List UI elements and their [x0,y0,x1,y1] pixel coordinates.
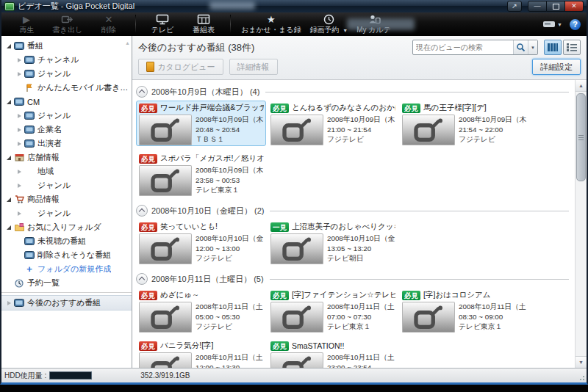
expander-icon[interactable] [15,142,23,146]
expander-icon[interactable] [5,197,12,202]
sidebar-item-チャンネル[interactable]: チャンネル [1,53,132,67]
program-time: 21:54 ~ 22:00 [459,125,527,135]
tv-button[interactable]: テレビ [142,13,183,35]
expander-icon[interactable] [15,184,23,188]
tv-icon [156,13,169,25]
detail-info-button[interactable]: 詳細情報 [229,59,278,75]
sidebar-tree: 番組チャンネルジャンルかんたんモバイル書き出しCMジャンル企業名出演者店舗情報地… [1,36,132,311]
omakase-button[interactable]: ★ おまかせ・まる録 [237,13,305,35]
sidebar-item-地域[interactable]: 地域 [1,164,132,178]
guide-button[interactable]: 番組表 [183,13,224,35]
sidebar-item-削除されそうな番組[interactable]: 削除されそうな番組 [1,248,132,262]
program-card[interactable]: 必見めざにゅ～2008年10月11日（土）05:00 ~ 05:30フジテレビ [136,288,266,333]
catalog-view-button[interactable]: カタログビュー [138,59,223,75]
program-time: 23:00 ~ 23:54 [327,363,395,368]
search-button[interactable] [513,40,528,54]
sidebar-item-番組[interactable]: 番組 [1,39,132,53]
sidebar-item-今後のおすすめ番組[interactable]: 今後のおすすめ番組 [1,295,132,311]
program-card[interactable]: 必見スポパラ「メガスポ!／怒りオヤジ3」2008年10月09日（木）23:58 … [136,151,266,197]
program-info: 2008年10月10日（金）13:05 ~ 13:20テレビ朝日 [327,233,395,264]
card-grid: 必見ワールド井戸端会議&ブラッディ・マン…2008年10月09日（木）20:48… [136,101,573,202]
device-menu-button[interactable]: ▼ [542,20,562,29]
search-options-button[interactable]: ▼ [528,40,537,54]
vertical-scrollbar[interactable]: ▲ ▼ [575,80,587,368]
view-thumbnails-button[interactable] [544,40,562,55]
export-button[interactable]: 書き出し [47,13,88,35]
sidebar-item-出演者[interactable]: 出演者 [1,137,132,150]
sidebar-item-かんたんモバイル書き出し[interactable]: かんたんモバイル書き出し [1,81,132,95]
sidebar-item-商品情報[interactable]: 商品情報 [1,192,132,206]
help-button[interactable]: ? [570,19,581,30]
program-card[interactable]: 必見[字]おはコロシアム2008年10月11日（土）08:30 ~ 09:00テ… [399,288,529,333]
sidebar-item-企業名[interactable]: 企業名 [1,123,132,137]
sidebar-scroll-up-icon[interactable]: ▲ [125,40,130,46]
hdd-usage-value: 352.3/919.1GB [140,371,190,380]
program-card[interactable]: 必見[字]ファイテンション☆テレビ2008年10月11日（土）07:00 ~ 0… [268,288,398,333]
sidebar-item-フォルダの新規作成[interactable]: +フォルダの新規作成 [1,262,132,276]
sidebar-item-ジャンル[interactable]: ジャンル [1,109,132,123]
sidebar: 番組チャンネルジャンルかんたんモバイル書き出しCMジャンル企業名出演者店舗情報地… [1,36,132,368]
collapse-group-button[interactable] [136,86,148,98]
program-time: 23:58 ~ 00:53 [196,175,264,186]
clock-icon [323,13,334,25]
maximize-button[interactable] [547,1,565,12]
expander-icon[interactable] [5,301,12,305]
program-channel: テレビ東京１ [327,322,395,332]
recommend-badge: 必見 [139,104,157,113]
view-list-button[interactable] [563,40,581,55]
program-date: 2008年10月11日（土） [196,302,264,312]
scrollbar-thumb[interactable] [576,93,586,181]
expander-icon[interactable] [15,128,23,132]
program-title: [字]ファイテンション☆テレビ [292,290,395,300]
tv-label: テレビ [151,25,174,35]
expander-icon[interactable] [15,211,23,216]
sidebar-item-未視聴の番組[interactable]: 未視聴の番組 [1,234,132,248]
program-card[interactable]: 必見SmaSTATION!!2008年10月11日（土）23:00 ~ 23:5… [268,338,398,368]
reserve-button[interactable]: 録画予約 ▼ [305,13,352,35]
program-info: 2008年10月09日（木）20:48 ~ 20:54ＴＢＳ１ [196,115,264,145]
collapse-group-button[interactable] [136,205,148,217]
close-button[interactable]: ✕ [565,1,584,12]
float-window-button[interactable]: ↗ [507,1,522,12]
program-card[interactable]: 必見馬の王子様[字][デ]2008年10月09日（木）21:54 ~ 22:00… [399,101,529,146]
sidebar-item-CM[interactable]: CM [1,95,132,109]
expander-icon[interactable] [5,225,12,230]
expander-icon[interactable] [15,58,23,62]
program-card[interactable]: 必見笑っていいとも!2008年10月10日（金）12:00 ~ 13:00フジテ… [136,219,266,265]
scroll-down-icon[interactable]: ▼ [576,356,587,368]
expander-icon[interactable] [15,170,23,174]
program-card[interactable]: 必見ワールド井戸端会議&ブラッディ・マン…2008年10月09日（木）20:48… [136,101,266,146]
sidebar-item-ジャンル[interactable]: ジャンル [1,206,132,220]
sidebar-item-ジャンル[interactable]: ジャンル [1,178,132,192]
search-input[interactable] [413,42,513,53]
recommend-badge: 必見 [402,291,420,300]
program-info: 2008年10月10日（金）12:00 ~ 13:00フジテレビ [196,233,264,264]
sidebar-item-ジャンル[interactable]: ジャンル [1,67,132,81]
view-thumbnails-icon [548,43,558,51]
delete-label: 削除 [101,25,116,35]
program-thumbnail [139,302,192,333]
expander-icon[interactable] [5,100,12,104]
expander-icon[interactable] [15,114,23,118]
sidebar-item-label: 出演者 [37,138,62,149]
group-divider [270,279,569,280]
minimize-button[interactable]: — [528,1,547,12]
collapse-group-button[interactable] [136,273,148,285]
sidebar-item-お気に入りフォルダ[interactable]: お気に入りフォルダ [1,220,132,234]
play-button[interactable]: ▶ 再生 [6,13,47,35]
sidebar-item-店舗情報[interactable]: 店舗情報 [1,150,132,164]
expander-icon[interactable] [5,44,12,48]
resize-grip[interactable] [578,374,585,381]
scroll-up-icon[interactable]: ▲ [576,80,587,92]
delete-button[interactable]: ✕ 削除 [88,13,129,35]
monitor-icon [24,251,35,260]
program-card[interactable]: 必見バニラ気分![字]2008年10月11日（土）12:00 ~ 13:30フジ… [136,338,266,368]
expander-icon[interactable] [15,72,23,76]
expander-icon[interactable] [5,156,12,160]
detail-settings-button[interactable]: 詳細設定 [532,59,581,75]
program-date: 2008年10月11日（土） [327,302,395,312]
program-thumbnail [139,352,192,368]
program-card[interactable]: 一見上沼恵美子のおしゃべりクッキング[字]2008年10月10日（金）13:05… [268,219,398,265]
program-card[interactable]: 必見とんねるずのみなさんのおかげでした…2008年10月09日（木）21:00 … [268,101,398,146]
sidebar-item-予約一覧[interactable]: 予約一覧 [1,276,132,290]
